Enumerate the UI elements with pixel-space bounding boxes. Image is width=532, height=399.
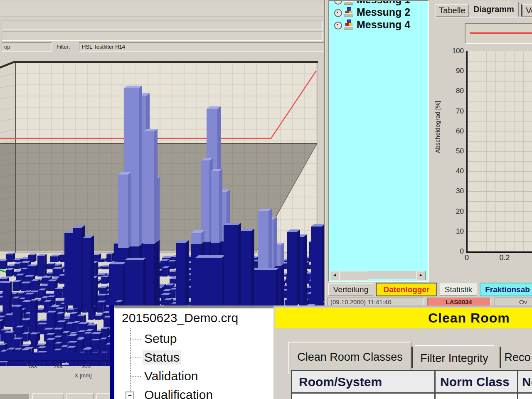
scroll-right-arrow[interactable]: ► — [416, 271, 426, 280]
column-header-room-system: Room/System — [299, 371, 382, 392]
bar-front — [106, 254, 111, 262]
bar-side — [104, 300, 106, 313]
bar-top — [125, 258, 146, 260]
banner-title: Clean Room — [428, 310, 510, 326]
expand-icon[interactable] — [334, 22, 342, 30]
tower-side — [273, 217, 277, 268]
bar-front — [37, 310, 43, 313]
bar-side — [111, 253, 114, 262]
collapse-icon[interactable]: − — [126, 392, 134, 399]
scroll-left-arrow[interactable]: ◄ — [330, 271, 339, 280]
tower-side — [154, 241, 158, 313]
measurement-window: Messung 1 Messung 2 Messung 4 ◄ ► Tabell… — [324, 0, 532, 306]
horizontal-scrollbar[interactable]: ◄ ► — [330, 271, 426, 279]
column-header-norm-class: Norm Class — [440, 371, 510, 392]
y-axis-tick: 90 — [447, 67, 464, 75]
bar-side — [91, 235, 94, 309]
list-item-label[interactable]: Messung 4 — [357, 18, 410, 31]
filter-value-field[interactable]: HSL Testfilter H14 — [79, 42, 325, 52]
y-axis-tick: 20 — [447, 207, 464, 216]
measurement-listbox[interactable]: Messung 1 Messung 2 Messung 4 ◄ ► — [328, 0, 429, 282]
tree-item-status[interactable]: Status — [143, 350, 181, 365]
list-item-label[interactable]: Messung 2 — [357, 6, 410, 18]
table-header-row: Room/System Norm Class No — [292, 371, 532, 394]
tree-item-setup[interactable]: Setup — [144, 332, 177, 346]
measurement-icon — [344, 20, 353, 30]
bottom-button[interactable] — [66, 393, 94, 399]
tree-item-validation[interactable]: Validation — [144, 369, 198, 383]
window-edge-strip — [110, 305, 114, 399]
op-field[interactable]: op — [2, 42, 52, 52]
bar-front — [12, 282, 19, 291]
bar-side — [35, 264, 38, 276]
list-item[interactable]: Messung 2 — [330, 6, 426, 18]
filter-label: Filter: — [57, 44, 70, 50]
measurement-list: Messung 1 Messung 2 Messung 4 — [330, 1, 426, 270]
bar-side — [44, 254, 47, 276]
tower-front — [191, 233, 201, 244]
tab-clean-room-classes[interactable]: Clean Room Classes — [288, 342, 411, 374]
tab-datenlogger[interactable]: Datenlogger — [376, 283, 437, 296]
tower-front — [118, 175, 128, 248]
list-item-label[interactable]: Messung 1 — [357, 1, 410, 6]
tab-verteilung[interactable]: Verteilung — [328, 283, 373, 296]
bar-front — [21, 283, 29, 291]
bar-front — [101, 277, 107, 284]
tower-front — [258, 211, 268, 270]
bar-side — [303, 234, 307, 303]
tree-connector — [130, 339, 141, 340]
tab-fraktionsabscheidegrad[interactable]: Fraktionsab — [480, 283, 532, 296]
status-device-badge: LAS0034 — [427, 298, 490, 306]
bar-side — [185, 240, 189, 306]
bar-front — [48, 281, 55, 291]
header-field-row-2[interactable] — [2, 32, 323, 41]
tower-front — [201, 160, 209, 242]
list-item[interactable]: Messung 1 — [330, 1, 426, 6]
tower-front — [211, 171, 219, 243]
y-axis-tick: 10 — [447, 227, 464, 236]
bar-side — [297, 229, 300, 305]
bar-front — [12, 298, 17, 305]
measurement-icon — [344, 1, 353, 5]
y-axis-tick: 70 — [447, 107, 464, 116]
tab-statistik[interactable]: Statistik — [440, 283, 477, 296]
clean-room-window: Clean Room Clean Room Classes Filter Int… — [273, 305, 532, 399]
bottom-button[interactable] — [96, 393, 111, 399]
tree-connector — [130, 357, 141, 358]
tab-divider — [411, 347, 413, 368]
bar-front — [176, 243, 185, 306]
toolbar-divider — [0, 17, 324, 18]
bar-front — [13, 339, 21, 349]
bar-side — [167, 266, 170, 277]
bar-front — [30, 300, 35, 334]
column-divider — [434, 371, 436, 399]
top-band — [0, 2, 324, 16]
x-axis-tick: 0 — [462, 254, 471, 262]
expand-icon[interactable] — [334, 9, 342, 17]
tower-side — [219, 169, 222, 243]
scrollbar-thumb[interactable] — [339, 271, 368, 280]
tab-verteilung-cut[interactable]: Ve — [521, 4, 532, 17]
expand-icon[interactable] — [334, 1, 342, 5]
plot-grid — [468, 51, 532, 251]
bar-top — [195, 255, 225, 258]
chart-legend — [465, 23, 532, 44]
tab-diagramm[interactable]: Diagramm — [469, 2, 519, 17]
bar-side — [5, 259, 7, 269]
project-tree-window: 20150623_Demo.crq Setup Status Validatio… — [110, 305, 273, 399]
bar-front — [95, 316, 101, 320]
project-root-node[interactable]: 20150623_Demo.crq — [122, 311, 238, 325]
tab-filter-integrity[interactable]: Filter Integrity — [415, 345, 494, 372]
bottom-button[interactable] — [32, 393, 64, 399]
header-field-row-1[interactable] — [2, 20, 323, 30]
tree-item-qualification[interactable]: Qualification — [144, 388, 213, 399]
bar-front — [84, 333, 90, 348]
status-extra: Ov — [495, 298, 532, 306]
list-item[interactable]: Messung 4 — [330, 18, 426, 31]
tab-divider — [500, 347, 501, 368]
tab-recovery-cut[interactable]: Reco — [503, 345, 532, 372]
x-axis-tick: 244 — [49, 363, 67, 369]
y-axis-tick: 50 — [447, 147, 464, 155]
bar-front — [97, 302, 103, 313]
column-header-cut: No — [522, 371, 532, 392]
